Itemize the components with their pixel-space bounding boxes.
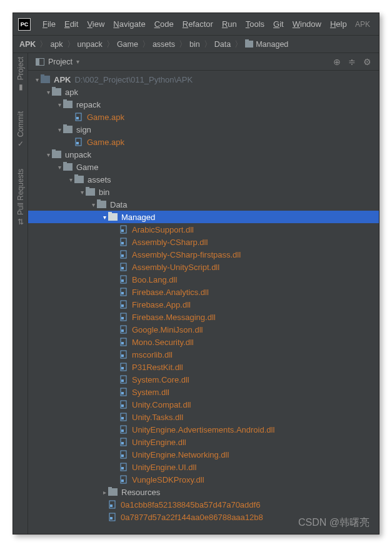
- menu-git[interactable]: Git: [269, 17, 288, 31]
- tree-folder[interactable]: Boo.Lang.dll: [28, 273, 379, 286]
- svg-rect-9: [121, 254, 124, 257]
- chevron-down-icon[interactable]: ▾: [44, 89, 52, 96]
- tree-folder[interactable]: UnityEngine.Advertisements.Android.dll: [28, 423, 379, 436]
- file-icon: [108, 513, 117, 521]
- tree-folder[interactable]: ▾unpack: [28, 148, 379, 161]
- tree-item-label: Resources: [121, 488, 160, 497]
- menu-view[interactable]: View: [83, 17, 109, 31]
- tree-folder[interactable]: ▾sign: [28, 123, 379, 136]
- menu-window[interactable]: Window: [288, 17, 326, 31]
- chevron-down-icon[interactable]: ▾: [44, 151, 52, 158]
- crumb-unpack[interactable]: unpack: [78, 40, 103, 49]
- svg-rect-3: [76, 142, 79, 144]
- gutter-project[interactable]: ▮ Project: [16, 57, 25, 91]
- crumb-assets[interactable]: assets: [153, 40, 175, 49]
- menu-refactor[interactable]: Refactor: [178, 17, 218, 31]
- crumb-apk[interactable]: APK: [19, 40, 36, 49]
- tree-folder[interactable]: Assembly-CSharp-firstpass.dll: [28, 248, 379, 261]
- tree-folder[interactable]: ▾bin: [28, 186, 379, 198]
- tree-folder[interactable]: Assembly-UnityScript.dll: [28, 261, 379, 273]
- chevron-down-icon[interactable]: ▾: [101, 214, 108, 221]
- pr-icon: ⇅: [16, 218, 25, 226]
- menu-help[interactable]: Help: [326, 17, 351, 31]
- chevron-down-icon[interactable]: ▾: [56, 126, 63, 133]
- crumb-bin[interactable]: bin: [189, 40, 200, 49]
- tree-folder[interactable]: 0a1cbb8fa52138845ba57d47a70addf6: [28, 498, 379, 511]
- tree-folder[interactable]: ▾repack: [28, 98, 379, 111]
- chevron-down-icon[interactable]: ▾: [33, 76, 41, 83]
- gutter-pull-requests[interactable]: ⇅ Pull Requests: [16, 169, 25, 226]
- tree-folder[interactable]: Unity.Compat.dll: [28, 398, 379, 411]
- tree-item-label: Firebase.Analytics.dll: [132, 288, 209, 297]
- crumb-apk[interactable]: apk: [50, 40, 63, 49]
- menu-run[interactable]: Run: [218, 17, 241, 31]
- tree-folder[interactable]: 0a7877d57a22f144aa0e86788aaa12b8: [28, 511, 379, 523]
- svg-rect-7: [121, 242, 124, 244]
- project-panel-title: Project: [48, 58, 73, 66]
- tree-folder[interactable]: mscorlib.dll: [28, 348, 379, 361]
- tree-folder[interactable]: ▾APKD:\002_Project\011_Python\APK: [28, 73, 379, 86]
- tree-folder[interactable]: UnityEngine.dll: [28, 436, 379, 448]
- folder-icon: [52, 88, 61, 96]
- gutter-commit[interactable]: ✓ Commit: [16, 111, 25, 148]
- tree-item-label: Firebase.App.dll: [132, 300, 191, 309]
- tree-folder[interactable]: P31RestKit.dll: [28, 361, 379, 373]
- tree-folder[interactable]: System.Core.dll: [28, 373, 379, 386]
- locate-icon[interactable]: ⊕: [333, 57, 341, 67]
- tree-folder[interactable]: Firebase.App.dll: [28, 298, 379, 311]
- menu-edit[interactable]: Edit: [60, 17, 83, 31]
- file-icon: [119, 450, 128, 459]
- svg-rect-31: [121, 392, 124, 394]
- crumb-sep-icon: 〉: [106, 39, 114, 50]
- crumb-game[interactable]: Game: [117, 40, 138, 49]
- settings-icon[interactable]: ⚙: [363, 57, 371, 67]
- folder-icon: [52, 151, 61, 158]
- breadcrumb: APK〉apk〉unpack〉Game〉assets〉bin〉Data〉Mana…: [13, 36, 379, 53]
- tree-folder[interactable]: UnityEngine.UI.dll: [28, 461, 379, 473]
- gutter-project-label: Project: [16, 57, 25, 80]
- tree-folder[interactable]: ▾Managed: [28, 211, 379, 223]
- file-icon: [119, 400, 128, 409]
- menu-code[interactable]: Code: [150, 17, 178, 31]
- tree-item-path: D:\002_Project\011_Python\APK: [74, 75, 193, 84]
- menu-tools[interactable]: Tools: [241, 17, 269, 31]
- tree-folder[interactable]: ▾Game: [28, 161, 379, 173]
- tree-folder[interactable]: Game.apk: [28, 136, 379, 148]
- file-icon: [108, 500, 117, 509]
- chevron-down-icon[interactable]: ▾: [89, 201, 97, 208]
- chevron-right-icon[interactable]: ▸: [101, 489, 108, 496]
- left-gutter: ▮ Project ✓ Commit ⇅ Pull Requests: [13, 53, 28, 534]
- tree-item-label: Unity.Compat.dll: [132, 400, 191, 409]
- menu-navigate[interactable]: Navigate: [109, 17, 149, 31]
- project-tree[interactable]: ▾APKD:\002_Project\011_Python\APK▾apk▾re…: [28, 71, 379, 534]
- tree-item-label: UnityEngine.UI.dll: [132, 463, 196, 472]
- tree-folder[interactable]: ▾Data: [28, 198, 379, 211]
- crumb-data[interactable]: Data: [214, 40, 231, 49]
- tree-folder[interactable]: Mono.Security.dll: [28, 336, 379, 348]
- tree-folder[interactable]: Google.MiniJson.dll: [28, 323, 379, 336]
- chevron-down-icon[interactable]: ▾: [78, 189, 86, 196]
- chevron-down-icon[interactable]: ▾: [56, 101, 63, 108]
- svg-rect-23: [121, 342, 124, 344]
- tree-folder[interactable]: Firebase.Messaging.dll: [28, 311, 379, 323]
- menu-file[interactable]: File: [38, 17, 60, 31]
- crumb-managed[interactable]: Managed: [245, 40, 288, 49]
- tree-folder[interactable]: VungleSDKProxy.dll: [28, 473, 379, 486]
- project-view-selector[interactable]: Project ▾: [32, 56, 83, 68]
- tree-folder[interactable]: Unity.Tasks.dll: [28, 411, 379, 423]
- tree-folder[interactable]: ▾assets: [28, 173, 379, 186]
- chevron-down-icon[interactable]: ▾: [67, 176, 74, 183]
- tree-folder[interactable]: ▾apk: [28, 86, 379, 98]
- tree-folder[interactable]: System.dll: [28, 386, 379, 398]
- chevron-down-icon[interactable]: ▾: [56, 164, 63, 171]
- tree-folder[interactable]: ArabicSupport.dll: [28, 223, 379, 236]
- tree-folder[interactable]: Firebase.Analytics.dll: [28, 286, 379, 298]
- file-icon: [119, 425, 128, 434]
- tree-folder[interactable]: UnityEngine.Networking.dll: [28, 448, 379, 461]
- tree-folder[interactable]: ▸Resources: [28, 486, 379, 498]
- tree-item-label: Assembly-CSharp-firstpass.dll: [132, 250, 241, 259]
- tree-folder[interactable]: Game.apk: [28, 111, 379, 123]
- svg-rect-25: [121, 354, 124, 357]
- collapse-icon[interactable]: ≑: [348, 57, 356, 67]
- tree-folder[interactable]: Assembly-CSharp.dll: [28, 236, 379, 248]
